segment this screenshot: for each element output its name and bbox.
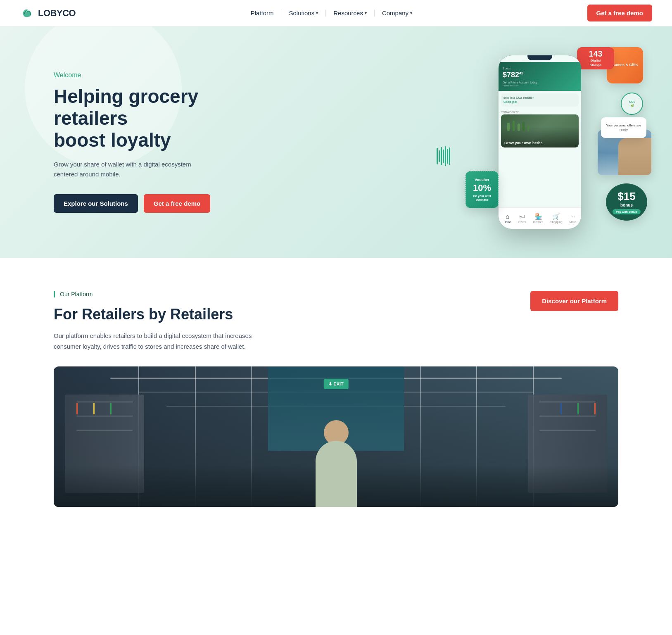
phone-bonus-section: Bonus $78242 Get a Prime Account today P… <box>499 62 581 91</box>
personal-offers-card: Your personal offers are ready <box>601 117 646 138</box>
chevron-down-icon: ▾ <box>410 11 412 15</box>
hero-section: Welcome Helping grocery retailers boost … <box>0 26 672 258</box>
chevron-down-icon: ▾ <box>365 11 367 15</box>
phone-frame: Bonus $78242 Get a Prime Account today P… <box>499 55 581 229</box>
phone-screen: Bonus $78242 Get a Prime Account today P… <box>499 55 581 229</box>
phone-nav-home: ⌂ Home <box>503 213 511 224</box>
phone-herb-section: TODAY 08:22 Grow your own herbs <box>501 109 579 147</box>
logo-icon <box>20 6 35 21</box>
platform-right-content: Discover our Platform <box>530 291 618 311</box>
bonus-amount: $15 <box>617 190 635 203</box>
nav-company[interactable]: Company ▾ <box>375 10 420 17</box>
platform-body: Our platform enables retailers to build … <box>54 331 268 352</box>
pay-with-bonus-button[interactable]: Pay with bonus <box>613 209 640 214</box>
person-silhouette <box>316 420 357 507</box>
herb-image: Grow your own herbs <box>501 114 579 147</box>
phone-nav-instore: 🏪 In Store <box>533 213 544 224</box>
chevron-down-icon: ▾ <box>316 11 318 15</box>
hero-phone-mockup: Games & Gifts 143 DigitalStamps CO₂🌿 You… <box>449 47 647 254</box>
voucher-label: Voucher <box>475 178 489 182</box>
bonus-label: bonus <box>620 203 633 207</box>
explore-solutions-button[interactable]: Explore our Solutions <box>54 194 138 213</box>
navbar: LOBYCO Platform Solutions ▾ Resources ▾ … <box>0 0 672 26</box>
digital-stamps-card: 143 DigitalStamps <box>577 47 614 69</box>
phone-nav-bar: ⌂ Home 🏷 Offers 🏪 In Store 🛒 Shopping <box>499 207 581 229</box>
grocery-store-image: ⬇ EXIT <box>54 366 618 507</box>
phone-notch <box>527 55 552 60</box>
voucher-card: Voucher 10% On your nextpurchase <box>465 171 499 208</box>
nav-solutions[interactable]: Solutions ▾ <box>281 10 326 17</box>
exit-sign: ⬇ EXIT <box>323 379 349 389</box>
nav-platform[interactable]: Platform <box>243 10 282 17</box>
phone-nav-shopping: 🛒 Shopping <box>550 213 563 224</box>
voucher-percentage: 10% <box>473 183 491 193</box>
stamps-count: 143 <box>589 49 602 59</box>
stamps-label: DigitalStamps <box>590 59 602 67</box>
personal-label: Your personal offers are ready <box>603 124 644 132</box>
platform-left-content: Our Platform For Retailers by Retailers … <box>54 291 268 352</box>
logo-link[interactable]: LOBYCO <box>20 6 76 21</box>
platform-section: Our Platform For Retailers by Retailers … <box>0 258 672 523</box>
hero-title: Helping grocery retailers boost loyalty <box>54 86 252 151</box>
platform-tag: Our Platform <box>54 291 268 297</box>
voucher-subtext: On your nextpurchase <box>473 194 491 202</box>
bonus-right-card: $15 bonus Pay with bonus <box>606 183 647 221</box>
nav-get-demo-button[interactable]: Get a free demo <box>587 5 652 21</box>
phone-co2-section: 86% less CO2 emissionGood job! <box>501 93 579 107</box>
hero-welcome-label: Welcome <box>54 71 252 79</box>
platform-top-row: Our Platform For Retailers by Retailers … <box>54 291 618 352</box>
discover-platform-button[interactable]: Discover our Platform <box>530 291 618 311</box>
nav-resources[interactable]: Resources ▾ <box>326 10 375 17</box>
barcode-decoration <box>437 146 450 166</box>
herb-label: Grow your own herbs <box>504 141 543 145</box>
hero-get-demo-button[interactable]: Get a free demo <box>144 194 210 213</box>
phone-date-label: TODAY 08:22 <box>501 109 579 114</box>
person-body <box>316 441 357 507</box>
platform-title: For Retailers by Retailers <box>54 306 268 323</box>
hero-subtitle: Grow your share of wallet with a digital… <box>54 159 211 179</box>
hero-buttons: Explore our Solutions Get a free demo <box>54 194 252 213</box>
phone-nav-more: ··· More <box>570 213 576 224</box>
hero-content-left: Welcome Helping grocery retailers boost … <box>54 71 252 213</box>
phone-nav-offers: 🏷 Offers <box>518 213 526 224</box>
nav-links: Platform Solutions ▾ Resources ▾ Company… <box>243 10 420 17</box>
co2-card: CO₂🌿 <box>621 93 643 115</box>
logo-text: LOBYCO <box>38 8 76 19</box>
